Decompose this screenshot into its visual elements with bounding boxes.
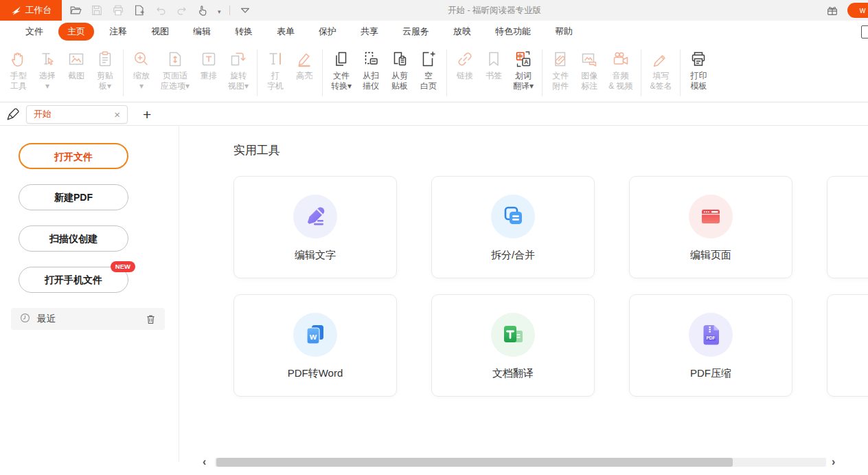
ribbon-select[interactable]: 选择 ▾ [33,49,62,91]
ribbon-zoom-label: 缩放 ▾ [133,71,150,91]
ribbon-zoom[interactable]: 缩放 ▾ [127,49,156,91]
new-doc-icon[interactable] [133,3,146,17]
ribbon-rotate-view[interactable]: 旋转 视图▾ [223,49,253,91]
ribbon-word-translate-label: 划词 翻译▾ [513,71,534,91]
card-split-merge[interactable]: 拆分/合并 [431,176,595,278]
ribbon-reflow[interactable]: 重排 [194,49,223,81]
ribbon-highlight-label: 高亮 [296,71,312,81]
menubar: 文件主页注释视图编辑转换表单保护共享云服务放映特色功能帮助 [0,21,868,43]
bookmark-icon [484,49,503,69]
touch-icon[interactable] [196,3,210,17]
from-clipboard-icon [390,49,409,69]
menu-file[interactable]: 文件 [16,23,52,41]
hand-mode-dropdown-arrow[interactable]: ▾ [218,4,221,16]
reflow-icon [199,49,218,69]
ribbon-from-scanner[interactable]: 从扫 描仪 [356,49,385,91]
ribbon-file-convert[interactable]: 文件 转换▾ [326,49,356,91]
gift-icon[interactable] [825,3,839,17]
fill-sign-icon [651,49,670,69]
open-phone-file-button[interactable]: 打开手机文件NEW [19,267,128,293]
ribbon-bookmark[interactable]: 书签 [479,49,508,81]
ribbon-image-annotation[interactable]: 图像 标注 [575,49,604,91]
ribbon-file-attachment[interactable]: 文件 附件 [546,49,575,91]
ribbon-select-label: 选择 ▾ [39,71,56,91]
new-pdf-button[interactable]: 新建PDF [19,184,128,210]
menu-present[interactable]: 放映 [444,23,480,41]
menu-view[interactable]: 视图 [142,23,178,41]
tool-cards-grid: 编辑文字拆分/合并编辑页面wPDF转Word文档翻译PDFPDF压缩 [233,176,868,397]
ribbon-group-divider [322,49,323,96]
ribbon-blank-page[interactable]: 空 白页 [414,49,443,91]
snapshot-icon [67,49,86,69]
scroll-right-arrow[interactable]: › [832,456,835,467]
attachment-icon [551,49,570,69]
ribbon-bookmark-label: 书签 [486,71,502,81]
ribbon-snapshot-label: 截图 [68,71,84,81]
menu-convert[interactable]: 转换 [226,23,262,41]
ribbon-from-clipboard[interactable]: 从剪 贴板 [385,49,414,91]
open-file-button[interactable]: 打开文件 [19,143,128,169]
card-edit-text[interactable]: 编辑文字 [233,176,397,278]
trash-icon[interactable] [145,313,157,325]
ribbon-typewriter[interactable]: 打 字机 [261,49,290,91]
ribbon-snapshot[interactable]: 截图 [62,49,91,81]
undo-icon [154,3,168,17]
card-pdf-compress[interactable]: PDFPDF压缩 [629,294,792,397]
scrollbar-thumb[interactable] [216,458,733,467]
pdf-compress-icon: PDF [689,313,733,357]
ribbon-group-divider [257,49,258,96]
card-pdf-to-word[interactable]: wPDF转Word [233,294,397,397]
edit-text-icon [293,195,337,239]
ribbon-page-fit-options-label: 页面适 应选项▾ [161,71,190,91]
card-pdf-to-word-label: PDF转Word [288,367,343,380]
menu-share[interactable]: 共享 [352,23,387,41]
menu-edit[interactable]: 编辑 [184,23,220,41]
tab-close-icon[interactable]: × [114,109,120,120]
ribbon-audio-video[interactable]: 音频 & 视频 [604,49,637,91]
menu-form[interactable]: 表单 [268,23,304,41]
menu-comment[interactable]: 注释 [100,23,136,41]
clock-icon [19,312,31,327]
menu-help[interactable]: 帮助 [546,23,582,41]
ribbon-group-divider [446,49,447,96]
menu-home[interactable]: 主页 [58,23,94,41]
menu-protect[interactable]: 保护 [310,23,345,41]
ribbon-link[interactable]: 链接 [450,49,479,81]
scroll-left-arrow[interactable]: ‹ [203,456,206,467]
ribbon-fill-sign[interactable]: 填写 &签名 [645,49,676,91]
ribbon-group-divider [542,49,542,96]
scanner-create-button[interactable]: 扫描仪创建 [19,225,128,252]
hand-tool-icon [9,49,28,69]
customize-toolbar-icon[interactable] [238,3,252,17]
card-edit-pages[interactable]: 编辑页面 [629,176,792,278]
card-partial[interactable] [827,294,868,397]
folder-icon[interactable] [69,3,82,17]
recent-files-row[interactable]: 最近 [11,308,165,330]
ribbon-clipboard-label: 剪贴 板▾ [97,71,113,91]
card-edit-text-label: 编辑文字 [295,249,336,262]
promo-label: w [860,5,866,15]
menu-special-features[interactable]: 特色功能 [486,23,540,41]
blank-page-icon [419,49,438,69]
tab-label: 开始 [34,108,52,120]
ribbon-print-template[interactable]: 打印 模板 [684,49,713,91]
card-partial[interactable] [827,176,868,278]
card-pdf-compress-label: PDF压缩 [690,367,731,380]
ribbon-highlight[interactable]: 高亮 [290,49,319,81]
tab-start[interactable]: 开始 × [26,105,128,124]
ribbon-blank-page-label: 空 白页 [420,71,437,91]
foxit-logo-icon [10,5,22,16]
pen-nib-icon[interactable] [5,107,21,122]
new-tab-button[interactable]: + [143,107,151,122]
horizontal-scrollbar[interactable] [215,458,826,467]
ribbon-fill-sign-label: 填写 &签名 [650,71,672,91]
promo-button[interactable]: w [847,3,868,18]
panel-icon[interactable] [861,25,868,38]
ribbon-word-translate[interactable]: 中A划词 翻译▾ [508,49,538,91]
menu-cloud-service[interactable]: 云服务 [393,23,438,41]
workspace-button[interactable]: 工作台 [0,0,62,21]
ribbon-hand-tool[interactable]: 手型 工具 [4,49,33,91]
ribbon-page-fit-options[interactable]: 页面适 应选项▾ [156,49,194,91]
card-doc-translate[interactable]: 文档翻译 [431,294,595,397]
ribbon-clipboard[interactable]: 剪贴 板▾ [91,49,119,91]
